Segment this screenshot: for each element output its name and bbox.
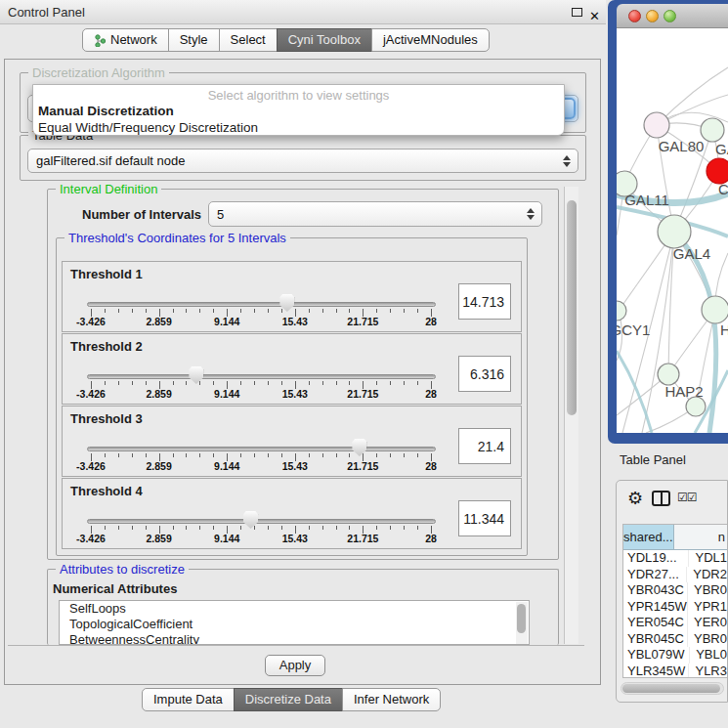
close-traffic-light-icon[interactable] [628, 10, 641, 22]
node-table[interactable]: shared... n YDL19...YDL1YDR27...YDR2YBR0… [622, 524, 727, 678]
network-node[interactable] [686, 397, 706, 416]
threshold-value-field[interactable]: 21.4 [458, 428, 511, 464]
network-node-ga[interactable] [701, 118, 724, 142]
table-row[interactable]: YBL079WYBL0 [623, 647, 727, 664]
attributes-scrollbar[interactable] [516, 602, 528, 645]
tab-cyni-toolbox[interactable]: Cyni Toolbox [277, 28, 372, 52]
network-node-gcy1[interactable] [617, 301, 626, 321]
threshold-value-field[interactable]: 6.316 [458, 356, 511, 392]
cell-shared-name[interactable]: YDL19... [623, 550, 689, 567]
algorithm-option[interactable]: Manual Discretization [33, 103, 564, 119]
table-horizontal-scrollbar[interactable] [621, 682, 724, 695]
tab-infer-network[interactable]: Infer Network [342, 688, 441, 711]
checkboxes-icon[interactable]: ☑☑ [677, 491, 697, 504]
cell-name[interactable]: YBR0 [688, 582, 727, 599]
cell-name[interactable]: YDR2 [687, 567, 727, 583]
slider-thumb[interactable] [243, 511, 258, 529]
attribute-item[interactable]: BetweennessCentrality [60, 632, 529, 645]
slider-rail[interactable] [87, 374, 436, 379]
network-edge[interactable] [657, 67, 728, 125]
threshold-value-field[interactable]: 11.344 [458, 500, 511, 536]
slider-thumb[interactable] [352, 439, 366, 456]
attribute-item[interactable]: TopologicalCoefficient [60, 617, 529, 632]
slider-tick [186, 453, 187, 457]
slider-tick [240, 526, 241, 530]
tab-style[interactable]: Style [168, 28, 220, 52]
network-node-hap2[interactable] [658, 364, 679, 385]
app-root: Control Panel ✕ NetworkStyleSelectCyni T… [0, 0, 728, 728]
slider-scale-label: -3.426 [76, 316, 106, 327]
network-canvas[interactable]: GAL80GACGAL11GAL4GCY1HHAP2 [617, 28, 728, 433]
threshold-value-field[interactable]: 14.713 [458, 283, 511, 320]
zoom-traffic-light-icon[interactable] [664, 10, 676, 22]
panel-vertical-scrollbar[interactable] [564, 187, 578, 644]
column-header-shared-name[interactable]: shared... [623, 525, 674, 549]
numerical-attributes-list[interactable]: SelfLoopsTopologicalCoefficientBetweenne… [59, 600, 530, 645]
slider-tick [254, 526, 255, 530]
network-node-h[interactable] [702, 296, 728, 323]
cell-name[interactable]: YBR0 [688, 631, 727, 648]
combo-arrows-icon [527, 208, 535, 220]
tab-impute-data[interactable]: Impute Data [142, 688, 235, 711]
slider-tick [417, 526, 418, 530]
apply-button[interactable]: Apply [265, 655, 325, 676]
columns-icon[interactable] [652, 491, 670, 506]
slider-tick [417, 453, 418, 457]
slider-tick [417, 381, 418, 385]
table-row[interactable]: YBR043CYBR0 [623, 582, 727, 599]
tab-network[interactable]: Network [82, 28, 169, 52]
slider-scale-label: 9.144 [214, 460, 239, 472]
slider-rail[interactable] [87, 447, 436, 451]
cell-name[interactable]: YLR3 [689, 664, 727, 679]
cell-shared-name[interactable]: YER054C [623, 615, 688, 631]
slider-tick [336, 309, 337, 313]
cell-name[interactable]: YDL1 [689, 550, 727, 567]
table-row[interactable]: YBR045CYBR0 [623, 631, 727, 648]
cell-shared-name[interactable]: YDR27... [623, 567, 687, 583]
float-window-icon[interactable] [572, 8, 582, 17]
cell-name[interactable]: YER0 [688, 615, 727, 631]
cell-shared-name[interactable]: YPR145W [623, 599, 688, 616]
minimize-traffic-light-icon[interactable] [646, 10, 659, 22]
cell-shared-name[interactable]: YBR045C [623, 631, 688, 648]
tab-select[interactable]: Select [219, 28, 278, 52]
panel-scrollbar-thumb[interactable] [567, 200, 577, 415]
slider-thumb[interactable] [189, 366, 203, 384]
slider-rail[interactable] [87, 519, 436, 524]
slider-tick [213, 309, 214, 313]
slider-rail[interactable] [87, 302, 436, 307]
slider-tick [349, 309, 350, 313]
number-of-intervals-combo[interactable]: 5 [208, 201, 542, 227]
cell-name[interactable]: YPR1 [688, 599, 727, 616]
tab-discretize-data[interactable]: Discretize Data [234, 688, 343, 711]
cell-name[interactable]: YBL0 [690, 647, 727, 664]
algorithm-option[interactable]: Equal Width/Frequency Discretization [33, 119, 564, 136]
network-node-gal80[interactable] [644, 112, 669, 138]
table-hscrollbar-thumb[interactable] [622, 684, 720, 693]
network-window-titlebar[interactable] [617, 4, 728, 28]
network-node-label: GA [715, 141, 728, 157]
cell-shared-name[interactable]: YBR043C [623, 582, 688, 599]
slider-tick [349, 381, 350, 385]
column-header-name[interactable]: n [674, 525, 727, 549]
table-row[interactable]: YER054CYER0 [623, 615, 727, 631]
table-row[interactable]: YDL19...YDL1 [623, 550, 727, 567]
table-header-row: shared... n [623, 525, 727, 550]
table-row[interactable]: YPR145WYPR1 [623, 599, 727, 616]
table-data-combo[interactable]: galFiltered.sif default node [27, 149, 578, 173]
attributes-scrollbar-thumb[interactable] [517, 604, 526, 633]
table-row[interactable]: YLR345WYLR3 [623, 664, 727, 679]
cell-shared-name[interactable]: YLR345W [623, 664, 689, 679]
slider-tick [105, 381, 106, 385]
slider-tick [268, 309, 269, 313]
tab-jactivemnodules[interactable]: jActiveMNodules [371, 28, 490, 52]
slider-tick [281, 309, 282, 313]
cell-shared-name[interactable]: YBL079W [623, 647, 690, 664]
close-icon[interactable]: ✕ [589, 4, 600, 28]
table-row[interactable]: YDR27...YDR2 [623, 567, 727, 583]
gear-icon[interactable]: ⚙ [627, 488, 643, 509]
network-node-label: H [720, 321, 728, 338]
algorithm-placeholder-option[interactable]: Select algorithm to view settings [33, 85, 564, 103]
attribute-item[interactable]: SelfLoops [60, 601, 529, 617]
network-node-gal4[interactable] [658, 215, 691, 248]
